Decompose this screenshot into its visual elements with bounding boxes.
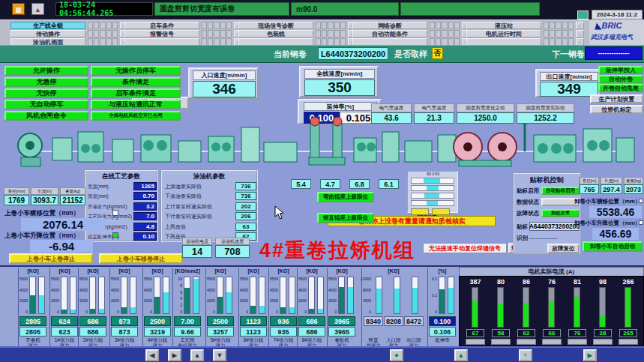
- function-button-3[interactable]: 生产计划设置: [590, 94, 643, 103]
- gauge-bar-fill: [184, 288, 190, 313]
- taskbar-button[interactable]: ●: [390, 349, 403, 361]
- menu-button-电机运行时间[interactable]: 电机运行时间: [466, 30, 541, 37]
- gauge-label: 3#张力辊: [110, 337, 139, 343]
- menu-button-网络诊断[interactable]: 网络诊断: [352, 22, 427, 29]
- gauge-set-value: 624: [51, 316, 78, 326]
- leveler-gap-value: 6.1: [379, 179, 399, 189]
- gauge-tick: 4000: [270, 288, 278, 292]
- process-param-value[interactable]: 3.2: [133, 202, 157, 211]
- labeler-row-label: 故障状态: [517, 210, 542, 218]
- next-coil-id[interactable]: --------------: [585, 46, 643, 60]
- taskbar-button[interactable]: ◀: [145, 349, 159, 361]
- entry-traverse-checkbox[interactable]: [112, 210, 118, 216]
- status-button[interactable]: 风机合闸命令: [4, 111, 88, 121]
- process-param-value[interactable]: 1265: [133, 182, 157, 190]
- motor-current-top: 98: [592, 278, 614, 286]
- system-tray-icon[interactable]: [577, 10, 589, 19]
- exit-car-auto-start-button[interactable]: 卸卷小车自动启动: [583, 241, 643, 252]
- menu-button-现场信号诊断[interactable]: 现场信号诊断: [238, 22, 313, 29]
- roller-limit-button[interactable]: 弯曲辊座上极限位: [317, 192, 374, 202]
- menu-button-包装线[interactable]: 包装线: [238, 30, 313, 37]
- cpc-bar-row: [411, 200, 454, 206]
- entry-car-stop-button[interactable]: 上卷小车上卷停止: [9, 253, 93, 264]
- leveler-gap-value: 4.7: [320, 179, 340, 189]
- gauge-unit: [KG]: [269, 268, 298, 275]
- leveler-gap-value: 5.4: [291, 179, 311, 189]
- status-button[interactable]: 无自动停车: [4, 100, 88, 109]
- labeler-row-value[interactable]: 系统正常: [541, 209, 580, 217]
- process-param-value[interactable]: 7.0: [133, 212, 157, 220]
- status-button[interactable]: 条件满足: [91, 77, 181, 87]
- menu-button-启车条件[interactable]: 启车条件: [124, 22, 199, 29]
- taskbar-button[interactable]: ▶: [583, 349, 597, 361]
- taskbar-button[interactable]: +: [519, 349, 532, 361]
- function-button-4[interactable]: 拉矫机标定: [590, 105, 643, 114]
- status-button[interactable]: 无急停: [4, 77, 88, 87]
- exit-lift-checkbox[interactable]: [639, 220, 643, 225]
- status-button[interactable]: 全线电机风机空开已合闸: [91, 111, 181, 121]
- sample-flag[interactable]: 否: [432, 47, 443, 59]
- oiler-param-label: 上计量泵转速实际值: [165, 202, 234, 211]
- menu-button-传动操作[interactable]: 传动操作: [10, 30, 85, 37]
- indicator-cell: [454, 22, 460, 29]
- function-button-2[interactable]: 开卷自动甩尾: [598, 84, 643, 92]
- process-param-value[interactable]: 0.10: [133, 232, 157, 241]
- taskbar-button[interactable]: ▶: [168, 349, 181, 361]
- function-button-1[interactable]: 自动分卷: [598, 75, 643, 83]
- indicator-cell: [100, 30, 105, 37]
- menu-button-自动功能条件[interactable]: 自动功能条件: [352, 30, 427, 37]
- status-button[interactable]: 允许操作: [4, 66, 88, 76]
- alarm-message[interactable]: 圆盘剪剪切宽度有误卷: [154, 2, 289, 16]
- motor-label-box: [491, 339, 511, 345]
- gauge-tick: 8000: [363, 288, 371, 292]
- menu-button-报警信号[interactable]: 报警信号: [124, 30, 199, 37]
- gauge-tick: 5500: [51, 277, 59, 281]
- alarm-panel-icon[interactable]: ▲: [31, 3, 44, 15]
- labeler-tag-label: 贴标: [517, 223, 528, 231]
- roller-limit-button[interactable]: 矫直辊座上极限位: [317, 213, 374, 223]
- menu-indicator-strip: [544, 22, 574, 29]
- current-coil-id[interactable]: L6440373200200: [318, 47, 388, 60]
- indicator-cell: [202, 30, 207, 37]
- gauge-ticks: 12000800040000: [362, 277, 371, 314]
- status-button[interactable]: 无快停: [4, 88, 88, 98]
- indicator-cell: [340, 30, 346, 37]
- taskbar-button[interactable]: ▲: [190, 349, 204, 361]
- gauge-tick: 4000: [79, 288, 88, 292]
- labeler-fault-reset-button[interactable]: 故障复位: [547, 244, 580, 253]
- indicator-cell: [568, 22, 574, 29]
- labeler-tag-value[interactable]: A6440373200200: [529, 222, 580, 231]
- exit-traverse-checkbox[interactable]: [639, 199, 643, 203]
- entry-car-move-stop-button[interactable]: 上卷小车移卷停止: [99, 253, 183, 264]
- gauge-actual-value: 873: [111, 327, 138, 337]
- indicator-cell: [202, 22, 207, 29]
- app-logo-icon[interactable]: ▦: [12, 3, 25, 15]
- gauge-tick: 0: [276, 310, 278, 314]
- menu-page-icon[interactable]: ▫: [576, 30, 584, 37]
- menu-page-icon[interactable]: ▫: [576, 22, 584, 29]
- taskbar-button[interactable]: ▲: [454, 349, 468, 361]
- motor-label-box: [568, 339, 587, 345]
- gauge-bar-fill: [30, 295, 35, 313]
- labeler-row-value[interactable]: 自动贴标启用: [541, 187, 580, 195]
- function-button-0[interactable]: 延伸率投入: [598, 66, 643, 74]
- status-button[interactable]: 与液压站通讯正常: [91, 100, 181, 109]
- menu-indicator-strip: [316, 30, 346, 37]
- gauge-bar-fill: [154, 297, 160, 313]
- gauge-bar-track: [61, 277, 67, 314]
- process-param-value[interactable]: 0.70: [133, 192, 157, 200]
- gauge-bar-fill: [439, 289, 445, 313]
- indicator-cell: [322, 22, 327, 29]
- status-button[interactable]: 无操作员停车: [91, 66, 181, 76]
- menu-button-液压站[interactable]: 液压站: [466, 22, 541, 29]
- gauge-ticks: 5500400020000: [239, 277, 248, 314]
- status-button[interactable]: 启车条件满足: [91, 88, 181, 98]
- gauge-tick: 5500: [298, 277, 307, 281]
- taskbar-button[interactable]: ▼: [213, 349, 226, 361]
- menu-indicator-strip: [430, 30, 460, 37]
- process-param-value[interactable]: 4.8: [133, 223, 157, 231]
- indicator-cell: [316, 22, 321, 29]
- gauge-unit: [KG]: [143, 268, 172, 275]
- tension-gauge-开卷机: [KG]550040002000028052805开卷机张力: [18, 268, 46, 346]
- menu-button-生产线全貌[interactable]: 生产线全貌: [10, 22, 85, 29]
